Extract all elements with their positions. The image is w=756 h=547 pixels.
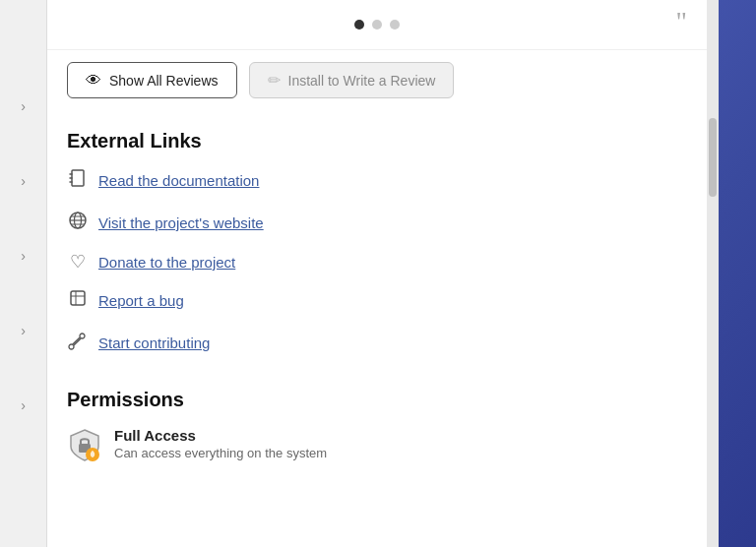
dot-2[interactable]: [372, 20, 382, 30]
sidebar-arrow-3[interactable]: ›: [21, 248, 26, 264]
external-links-section: External Links Read the documentation: [47, 114, 707, 381]
external-links-title: External Links: [67, 130, 687, 152]
bug-icon: [67, 288, 89, 313]
sidebar-arrow-5[interactable]: ›: [21, 397, 26, 413]
website-link[interactable]: Visit the project's website: [98, 214, 264, 231]
eye-icon: 👁: [86, 72, 101, 90]
link-item-website: Visit the project's website: [67, 211, 687, 235]
permissions-title: Permissions: [67, 389, 687, 411]
link-item-documentation: Read the documentation: [67, 168, 687, 193]
link-item-donate: ♡ Donate to the project: [67, 253, 687, 271]
sidebar-left: › › › › ›: [0, 0, 47, 547]
install-to-write-review-button[interactable]: ✏ Install to Write a Review: [249, 62, 455, 98]
dot-1[interactable]: [354, 20, 364, 30]
scrollbar-track: [707, 0, 719, 547]
show-all-reviews-button[interactable]: 👁 Show All Reviews: [67, 62, 237, 98]
quote-mark: ": [676, 8, 687, 35]
install-review-label: Install to Write a Review: [288, 73, 436, 89]
dot-3[interactable]: [390, 20, 400, 30]
donate-link[interactable]: Donate to the project: [98, 254, 235, 271]
quote-area: ": [47, 0, 707, 50]
wrench-icon: [67, 331, 89, 355]
heart-icon: ♡: [67, 253, 89, 271]
permissions-section: Permissions Full Access Can access every: [47, 381, 707, 478]
permission-name: Full Access: [114, 427, 327, 444]
svg-rect-9: [71, 291, 85, 305]
full-access-icon: [67, 427, 102, 462]
link-item-bug: Report a bug: [67, 288, 687, 313]
scrollbar-thumb[interactable]: [709, 118, 717, 197]
website-icon: [67, 211, 89, 235]
sidebar-arrow-2[interactable]: ›: [21, 173, 26, 189]
contribute-link[interactable]: Start contributing: [98, 334, 210, 351]
documentation-icon: [67, 168, 89, 193]
show-reviews-label: Show All Reviews: [109, 73, 219, 89]
documentation-link[interactable]: Read the documentation: [98, 172, 259, 189]
permission-text: Full Access Can access everything on the…: [114, 427, 327, 460]
svg-rect-0: [72, 170, 84, 186]
bottom-fade: [47, 478, 707, 517]
buttons-row: 👁 Show All Reviews ✏ Install to Write a …: [47, 50, 707, 114]
main-panel: " 👁 Show All Reviews ✏ Install to Write …: [47, 0, 707, 547]
link-item-contribute: Start contributing: [67, 331, 687, 355]
dots-row: [67, 12, 687, 41]
sidebar-arrow-4[interactable]: ›: [21, 323, 26, 338]
sidebar-arrow-1[interactable]: ›: [21, 98, 26, 114]
permission-item-full-access: Full Access Can access everything on the…: [67, 427, 687, 462]
permission-description: Can access everything on the system: [114, 446, 327, 460]
pencil-icon: ✏: [268, 71, 281, 90]
bug-link[interactable]: Report a bug: [98, 292, 184, 309]
